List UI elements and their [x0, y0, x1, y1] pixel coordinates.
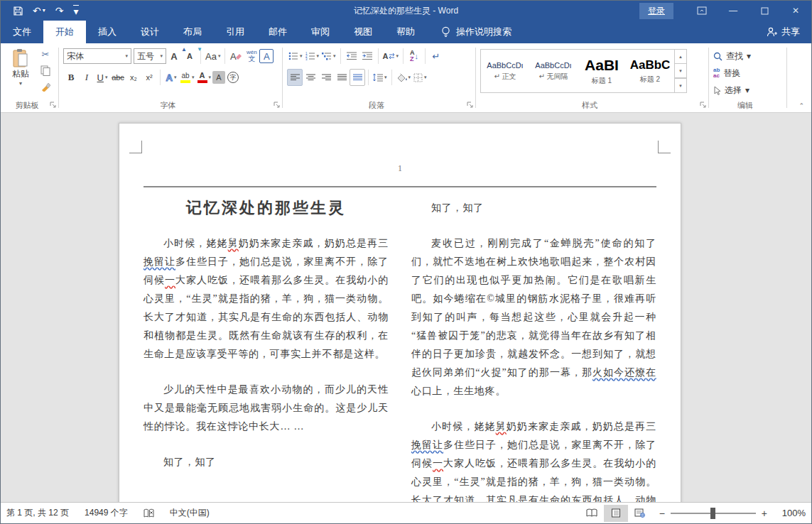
language-indicator[interactable]: 中文(中国) — [170, 507, 210, 519]
paste-dropdown-icon[interactable]: ▾ — [19, 80, 22, 87]
collapse-ribbon-icon[interactable]: ⌃ — [799, 102, 804, 109]
character-border-button[interactable]: A — [259, 49, 274, 63]
decrease-indent-button[interactable] — [344, 48, 359, 65]
word-count[interactable]: 14949 个字 — [85, 507, 128, 519]
phonetic-guide-button[interactable]: wén 文 — [244, 48, 259, 65]
copy-icon[interactable] — [38, 63, 53, 77]
increase-indent-button[interactable] — [359, 48, 375, 65]
cut-icon[interactable]: ✂ — [38, 47, 53, 61]
tab-file[interactable]: 文件 — [1, 21, 43, 43]
change-case-button[interactable]: Aa▾ — [204, 48, 222, 65]
minimize-icon[interactable]: — — [718, 1, 749, 21]
justify-button[interactable] — [334, 69, 350, 86]
multilevel-list-button[interactable]: ▾ — [320, 48, 337, 65]
styles-more-icon[interactable]: ▼ — [675, 78, 686, 92]
find-button[interactable]: 查找▾ — [713, 48, 784, 64]
read-mode-icon[interactable] — [580, 505, 604, 522]
shading-button[interactable]: ▾ — [395, 69, 413, 86]
web-layout-icon[interactable] — [628, 505, 652, 522]
font-size-combo[interactable]: 五号▾ — [134, 48, 166, 64]
style-heading1[interactable]: AaBI 标题 1 — [578, 50, 626, 92]
undo-dropdown-icon[interactable]: ▾ — [43, 8, 45, 13]
strikethrough-button[interactable]: abc — [110, 69, 126, 86]
styles-group-label: 样式 — [476, 100, 703, 111]
print-layout-icon[interactable] — [604, 505, 628, 522]
tab-insert[interactable]: 插入 — [86, 21, 129, 43]
ribbon-display-options-icon[interactable] — [686, 1, 718, 21]
zoom-slider[interactable] — [671, 513, 756, 514]
document-title: 记忆深处的那些生灵 — [144, 199, 389, 217]
tab-help[interactable]: 帮助 — [384, 21, 427, 43]
save-icon[interactable] — [13, 6, 23, 16]
underline-button[interactable]: U▾ — [94, 69, 110, 86]
clear-formatting-button[interactable]: A — [228, 48, 244, 65]
zoom-slider-thumb[interactable] — [710, 508, 715, 519]
maximize-icon[interactable] — [749, 1, 780, 21]
bullets-button[interactable]: ▾ — [287, 48, 304, 65]
replace-button[interactable]: abac 替换 — [713, 65, 784, 81]
distribute-button[interactable] — [350, 69, 365, 86]
style-no-spacing[interactable]: AaBbCcDı ↵ 无间隔 — [529, 50, 578, 92]
tab-layout[interactable]: 布局 — [171, 21, 214, 43]
sign-in-button[interactable]: 登录 — [639, 3, 673, 19]
numbering-button[interactable]: 123▾ — [304, 48, 321, 65]
sort-button[interactable]: AZ↓ — [406, 48, 422, 65]
style-heading2[interactable]: AaBbC 标题 2 — [626, 50, 674, 92]
styles-scroll-down-icon[interactable]: ▼ — [675, 64, 686, 78]
tab-design[interactable]: 设计 — [129, 21, 171, 43]
tab-references[interactable]: 引用 — [214, 21, 256, 43]
zoom-in-button[interactable]: + — [762, 508, 767, 519]
clipboard-dialog-launcher-icon[interactable] — [50, 98, 56, 111]
column-right[interactable]: 知了，知了 麦收已过，刚刚完成了“金蝉脱壳”使命的知了们，就忙不迭地在树上欢快地… — [411, 199, 656, 503]
tab-view[interactable]: 视图 — [342, 21, 384, 43]
text-highlight-button[interactable]: ab▾ — [179, 69, 196, 86]
close-icon[interactable]: ✕ — [780, 1, 811, 21]
line-spacing-button[interactable]: ▾ — [372, 69, 389, 86]
font-group: 宋体▾ 五号▾ A▲ A▼ Aa▾ A wén 文 A B I — [59, 43, 283, 112]
superscript-button[interactable]: x² — [141, 69, 157, 86]
enclose-characters-button[interactable]: 字 — [225, 69, 241, 86]
quick-access-toolbar: ↶▾ ↷ ▾ — [1, 1, 79, 21]
bold-button[interactable]: B — [63, 69, 79, 86]
zoom-percentage[interactable]: 100% — [774, 508, 806, 518]
cursor-arrow-icon — [713, 86, 721, 95]
styles-dialog-launcher-icon[interactable] — [700, 98, 706, 111]
align-right-button[interactable] — [318, 69, 334, 86]
tab-mailings[interactable]: 邮件 — [256, 21, 299, 43]
borders-button[interactable]: ▾ — [412, 69, 428, 86]
column-left[interactable]: 记忆深处的那些生灵 小时候，姥姥舅奶奶来家走亲戚，奶奶总是再三挽留让多住些日子，… — [144, 199, 389, 488]
paragraph-dialog-launcher-icon[interactable] — [467, 98, 473, 111]
style-normal[interactable]: AaBbCcDı ↵ 正文 — [481, 50, 529, 92]
redo-button[interactable]: ↷ — [55, 6, 64, 16]
font-color-button[interactable]: A▾ — [196, 69, 213, 86]
format-painter-icon[interactable] — [38, 80, 53, 94]
document-page[interactable]: 1 记忆深处的那些生灵 小时候，姥姥舅奶奶来家走亲戚，奶奶总是再三挽留让多住些日… — [119, 123, 681, 503]
crop-mark-top-left — [129, 141, 142, 153]
tell-me-search[interactable]: 操作说明搜索 — [431, 21, 521, 43]
styles-scroll-up-icon[interactable]: ▲ — [675, 50, 686, 64]
character-shading-button[interactable]: A — [212, 71, 225, 84]
page-indicator[interactable]: 第 1 页, 共 12 页 — [6, 507, 69, 519]
undo-button[interactable]: ↶▾ — [33, 6, 45, 16]
italic-button[interactable]: I — [79, 69, 94, 86]
proofing-status-icon[interactable] — [144, 508, 154, 518]
zoom-out-button[interactable]: − — [659, 508, 665, 519]
tab-home[interactable]: 开始 — [43, 21, 86, 43]
font-name-combo[interactable]: 宋体▾ — [63, 48, 131, 64]
shrink-font-button[interactable]: A▼ — [182, 48, 197, 65]
status-bar: 第 1 页, 共 12 页 14949 个字 中文(中国) − + 100% — [1, 502, 811, 523]
align-left-button[interactable] — [287, 69, 303, 86]
show-hide-marks-button[interactable]: ↵ — [428, 48, 444, 65]
align-center-button[interactable] — [303, 69, 318, 86]
tab-review[interactable]: 审阅 — [299, 21, 342, 43]
grow-font-button[interactable]: A▲ — [166, 48, 182, 65]
customize-qat-icon[interactable]: ▾ — [73, 5, 78, 16]
text-effects-button[interactable]: A▾ — [163, 69, 179, 86]
font-dialog-launcher-icon[interactable] — [274, 98, 280, 111]
share-button[interactable]: 共享 — [755, 21, 811, 43]
select-button[interactable]: 选择▾ — [713, 82, 784, 98]
asian-layout-button[interactable]: A▾ — [381, 48, 400, 65]
paragraph: 麦收已过，刚刚完成了“金蝉脱壳”使命的知了们，就忙不迭地在树上欢快地歌唱起来，整… — [411, 234, 656, 400]
subscript-button[interactable]: x₂ — [126, 69, 141, 86]
paste-button[interactable]: 粘贴 ▾ — [5, 47, 36, 94]
